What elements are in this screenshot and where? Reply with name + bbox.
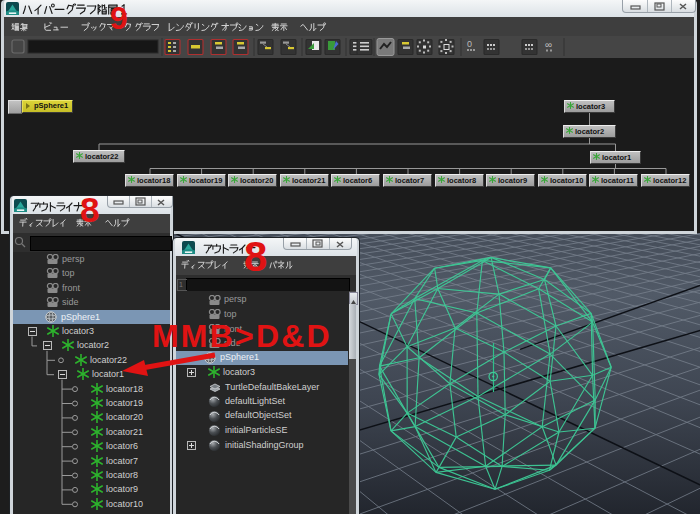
svg-text:0: 0	[467, 39, 472, 49]
svg-text:∞: ∞	[545, 39, 552, 50]
